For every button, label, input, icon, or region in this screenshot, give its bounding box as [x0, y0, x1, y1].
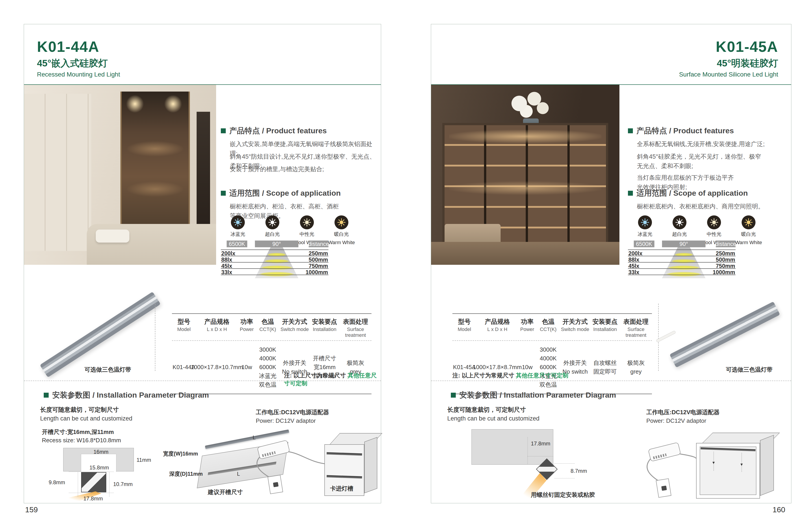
- chart-row: 33lx1000mm: [221, 268, 329, 275]
- distance-value: 750mm: [716, 263, 735, 268]
- photo-side-column: [197, 112, 210, 224]
- left-header: K01-44A 45°嵌入式硅胶灯 Recessed Mounting Led …: [37, 38, 120, 78]
- page-number-right: 160: [772, 505, 785, 514]
- photo-floor: [431, 242, 620, 265]
- profile-wire-graphic: [656, 330, 676, 343]
- right-custom-size-note: 注: 以上尺寸为常规尺寸 其他任意尺寸可定制: [452, 372, 568, 379]
- cct-label-en: Warm White: [733, 239, 764, 246]
- cabinet-caption: 卡进灯槽: [330, 485, 353, 492]
- right-feature-1: 全系标配无氧铜线,无须开槽,安装便捷,用途广泛;: [637, 140, 785, 149]
- cct-option-warm-white: 暖白光 Warm White: [733, 215, 764, 246]
- left-features-heading-label: 产品特点 / Product features: [229, 126, 327, 136]
- header-en: Power: [519, 326, 536, 332]
- dim-right: 11mm: [136, 457, 151, 463]
- spec-header-cct: 色温CCT(K): [256, 314, 280, 340]
- distance-value: 250mm: [716, 250, 735, 256]
- board-depth-label: 深度(D)11mm: [169, 470, 203, 477]
- vertical-dashed-divider: [658, 304, 659, 371]
- spec-header-switch: 开关方式Switch mode: [560, 314, 590, 340]
- right-install-heading-label: 安装参数图 / Installation Parameter Diagram: [459, 390, 616, 400]
- chart-header-angle: 90°: [662, 240, 706, 247]
- header-en: Surface treatment: [621, 326, 652, 338]
- cct-label-cn: 超白光: [257, 231, 288, 238]
- photo-wardrobe-panels: [24, 94, 91, 251]
- spec-header-installation: 安装要点Installation: [590, 314, 620, 340]
- chart-row: 33lx1000mm: [628, 268, 736, 275]
- cell-cct: 3000K 4000K 6000K 冰蓝光 双色温: [256, 341, 280, 394]
- cct-label-cn: 中性光: [698, 231, 730, 238]
- chart-row: 88lx500mm: [221, 256, 329, 262]
- sun-icon: [672, 215, 686, 229]
- header-cn: 产品规格: [477, 318, 518, 326]
- photo-shelf-glow: [126, 181, 184, 197]
- left-custom-size-note: 注: 以上尺寸为常规尺寸 其他任意尺寸可定制: [284, 372, 381, 387]
- photo-shelf-glow: [126, 141, 184, 157]
- lux-value: 33lx: [628, 269, 639, 275]
- header-en: Switch mode: [280, 326, 309, 332]
- distance-value: 500mm: [309, 256, 328, 262]
- shelf-board-graphic: [472, 429, 553, 465]
- cct-label-cn: 中性光: [291, 231, 323, 238]
- distance-value: 1000mm: [306, 269, 328, 275]
- header-cn: 功率: [238, 318, 255, 326]
- lux-value: 200lx: [221, 250, 235, 256]
- header-en: Switch mode: [561, 326, 590, 332]
- right-subtitle-en: Surface Mounted Silicone Led Light: [679, 71, 778, 78]
- spec-header-power: 功率Power: [238, 314, 256, 340]
- header-cn: 开关方式: [280, 318, 309, 326]
- dim-guide-line: [554, 463, 575, 464]
- header-en: Installation: [310, 326, 339, 332]
- photo-shelf-glow: [449, 130, 601, 143]
- bullet-square-icon: [451, 393, 456, 398]
- spec-header-model: 型号Model: [172, 314, 196, 340]
- spec-header-cct: 色温CCT(K): [536, 314, 560, 340]
- header-cn: 功率: [519, 318, 536, 326]
- left-install-heading-label: 安装参数图 / Installation Parameter Diagram: [52, 390, 209, 400]
- photo-pillow: [96, 229, 129, 242]
- vertical-dashed-divider: [155, 304, 155, 371]
- sun-icon: [742, 215, 755, 229]
- right-info-column: 产品特点 / Product features 全系标配无氧铜线,无须开槽,安装…: [628, 126, 785, 323]
- cct-label-cn: 暖白光: [733, 231, 764, 238]
- left-model-title: K01-44A: [37, 38, 120, 55]
- dim-guide-line: [69, 472, 114, 472]
- sun-icon: [707, 215, 721, 229]
- left-power-diagram: 工作电压:DC12V电源适配器 Power: DC12V adaptor 卡进灯…: [250, 406, 379, 504]
- bullet-square-icon: [221, 128, 226, 133]
- dim-guide-line: [78, 472, 78, 497]
- cell-power: 10w: [518, 341, 536, 394]
- cell-installation: 自攻螺丝 固定即可: [590, 341, 620, 394]
- left-cross-section-diagram: 开槽尺寸:宽16mm,深11mm Recess size: W16.8*D10.…: [42, 428, 163, 502]
- chart-rows: 200lx250mm 88lx500mm 45lx750mm 33lx1000m…: [221, 250, 329, 275]
- right-subtitle-cn: 45°明装硅胶灯: [679, 57, 778, 70]
- dim-top: 16mm: [93, 449, 108, 455]
- cell-surface: 极简灰 grey: [620, 341, 652, 394]
- cell-size: 1000×17.8×10.7mm: [196, 341, 238, 394]
- left-features-heading: 产品特点 / Product features: [221, 126, 327, 136]
- dim-guide-line: [554, 478, 575, 478]
- cabinet-side-face: [364, 437, 377, 493]
- distance-value: 1000mm: [713, 269, 735, 275]
- chart-row: 88lx500mm: [628, 256, 736, 262]
- spec-header-surface: 表面处理Surface treatment: [339, 314, 372, 340]
- chart-row: 200lx250mm: [628, 250, 736, 256]
- photo-spotlight-glow: [125, 94, 145, 114]
- lux-value: 88lx: [221, 256, 232, 262]
- wall-socket-graphic: [656, 478, 671, 498]
- header-cn: 型号: [453, 318, 476, 326]
- spec-header-switch: 开关方式Switch mode: [280, 314, 310, 340]
- recess-size-en: Recess size: W16.8*D10.8mm: [42, 437, 163, 444]
- dim-guide-line: [69, 493, 114, 493]
- left-scope-heading-label: 适用范围 / Scope of application: [229, 188, 341, 198]
- note-prefix: 注: 以上尺寸为常规尺寸: [284, 372, 347, 379]
- screw-caption: 用螺丝钉固定安装或粘胶: [531, 491, 595, 499]
- spec-header-surface: 表面处理Surface treatment: [620, 314, 652, 340]
- right-scope-heading: 适用范围 / Scope of application: [628, 188, 748, 198]
- cabinet-side-face: [760, 435, 774, 496]
- board-caption: 建议开槽尺寸: [208, 488, 243, 496]
- profile-cross-section-graphic: [81, 472, 106, 492]
- sun-icon: [300, 215, 314, 229]
- header-en: Model: [453, 326, 476, 332]
- left-subtitle-en: Recessed Mounting Led Light: [37, 71, 120, 78]
- shelf-width-dim: 17.8mm: [531, 441, 550, 447]
